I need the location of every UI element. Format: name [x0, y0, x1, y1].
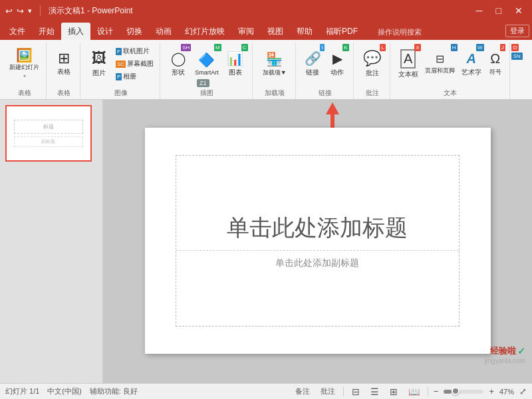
new-slide-icon: 🖼️: [16, 49, 33, 62]
addin-button[interactable]: 🏪 加载项▼: [258, 44, 291, 84]
view-normal-button[interactable]: ⊟: [349, 385, 362, 398]
sh-badge: SH: [181, 44, 191, 51]
i-badge: I: [320, 44, 324, 51]
addin-label: 加载项▼: [263, 68, 287, 77]
title-bar-left: ↩ ↪ ▾ 演示文稿1 - PowerPoint: [5, 5, 133, 17]
undo-icon[interactable]: ↩: [5, 6, 13, 16]
tab-review[interactable]: 审阅: [231, 23, 261, 40]
close-button[interactable]: ✕: [511, 4, 527, 17]
comment-group: 💬 批注 L 批注: [355, 43, 390, 99]
status-right: 备注 批注 ⊟ ☰ ⊞ 📖 − + 47% ⤢: [293, 385, 527, 398]
title-bar: ↩ ↪ ▾ 演示文稿1 - PowerPoint ─ □ ✕: [0, 0, 532, 21]
watermark-url: jingyanla.com: [485, 357, 525, 364]
tab-search[interactable]: 操作说明搜索: [364, 24, 428, 40]
tab-design[interactable]: 设计: [90, 23, 120, 40]
comment-group-label: 批注: [366, 88, 379, 99]
header-footer-button[interactable]: ⊟ 页眉和页脚 H: [422, 44, 458, 84]
view-slide-sorter-button[interactable]: ⊞: [387, 385, 400, 398]
view-outline-button[interactable]: ☰: [368, 385, 382, 398]
qa-dropdown-icon[interactable]: ▾: [28, 7, 32, 15]
comment-label: 批注: [366, 68, 379, 78]
arrow-head: [326, 102, 339, 114]
x-badge: X: [414, 44, 420, 51]
action-button[interactable]: ▶ 动作 K: [326, 44, 349, 84]
album-label: 相册: [123, 72, 136, 81]
tab-file[interactable]: 文件: [3, 23, 32, 40]
link-button[interactable]: 🔗 链接 I: [301, 44, 325, 84]
watermark-brand: 经验啦 ✓: [485, 345, 525, 357]
h-badge: H: [451, 44, 458, 51]
chart-icon: 📊: [227, 51, 243, 66]
link-label: 链接: [306, 68, 319, 77]
tab-foxitpdf[interactable]: 福昕PDF: [319, 23, 364, 40]
slide-title-placeholder[interactable]: 单击此处添加标题: [176, 205, 458, 251]
slide-info: 幻灯片 1/1: [5, 386, 39, 396]
tab-transition[interactable]: 切换: [120, 23, 149, 40]
slide-subtitle-placeholder[interactable]: 单击此处添加副标题: [176, 251, 458, 276]
wordart-label: 艺术字: [462, 68, 481, 77]
notes-button[interactable]: 备注: [293, 385, 313, 398]
slide-thumbnail[interactable]: 标题 副标题: [5, 105, 92, 162]
ribbon-content: 🖼️ 新建幻灯片 ▾ 表格 ⊞ 表格 表格 🖼 图片 F 联机: [0, 40, 532, 100]
zoom-slider[interactable]: [444, 390, 483, 394]
language-status: 中文(中国): [47, 386, 81, 396]
check-icon: ✓: [517, 346, 525, 356]
addin-group-label: 加载项: [265, 88, 285, 99]
text-group-label: 文本: [444, 88, 457, 99]
login-button[interactable]: 登录: [505, 25, 529, 37]
screenshot-button[interactable]: SC 屏幕截图: [114, 58, 156, 70]
online-pic-label: 联机图片: [123, 47, 150, 56]
shapes-button[interactable]: ◯ 形状 SH: [166, 44, 191, 84]
comment-button[interactable]: 💬 批注 L: [359, 44, 386, 84]
zoom-plus-button[interactable]: +: [489, 386, 494, 396]
online-pic-button[interactable]: F 联机图片: [114, 45, 156, 57]
redo-icon[interactable]: ↪: [17, 6, 24, 16]
album-button[interactable]: P 相册: [114, 70, 156, 82]
title-bar-title: 演示文稿1 - PowerPoint: [49, 5, 133, 17]
tab-slideshow[interactable]: 幻灯片放映: [178, 23, 231, 40]
slide-panel[interactable]: 标题 副标题: [0, 100, 103, 383]
smartart-button[interactable]: 🔷 SmartArt M: [192, 44, 221, 84]
comments-button[interactable]: 批注: [318, 385, 338, 398]
tab-insert[interactable]: 插入: [61, 23, 90, 40]
d-badge: D: [511, 44, 519, 51]
new-slide-label: 新建幻灯片: [9, 63, 39, 72]
slide-title-text: 单击此处添加标题: [227, 215, 408, 240]
illustration-group-label: 插图: [200, 88, 213, 99]
textbox-label: 文本框: [398, 70, 418, 79]
header-footer-label: 页眉和页脚: [425, 66, 455, 75]
slide-canvas[interactable]: 单击此处添加标题 单击此处添加副标题: [145, 128, 491, 354]
tab-help[interactable]: 帮助: [290, 23, 319, 40]
view-reading-button[interactable]: 📖: [406, 385, 422, 398]
table-label: 表格: [57, 67, 70, 76]
maximize-button[interactable]: □: [492, 4, 505, 17]
chart-button[interactable]: 📊 图表 C: [223, 44, 248, 84]
textbox-icon: A: [400, 49, 416, 68]
picture-button[interactable]: 🖼 图片: [86, 44, 112, 84]
link-group-label: 链接: [319, 88, 332, 99]
new-slide-button[interactable]: 🖼️ 新建幻灯片 ▾: [7, 44, 42, 84]
slide-content-area: 单击此处添加标题 单击此处添加副标题: [176, 155, 459, 327]
fit-window-button[interactable]: ⤢: [519, 386, 527, 396]
m-badge: M: [214, 44, 221, 51]
tab-animation[interactable]: 动画: [149, 23, 178, 40]
images-group: 🖼 图片 F 联机图片 SC 屏幕截图 P 相册 图像: [82, 43, 160, 99]
table-group-label2: 表格: [57, 88, 70, 99]
tab-view[interactable]: 视图: [261, 23, 290, 40]
textbox-button[interactable]: A 文本框 X: [396, 44, 421, 84]
symbol-icon: Ω: [490, 51, 500, 66]
minimize-button[interactable]: ─: [472, 4, 487, 17]
link-icon: 🔗: [305, 51, 321, 66]
j-badge: J: [500, 44, 505, 51]
sn-badge: SN: [511, 53, 523, 60]
symbol-button[interactable]: Ω 符号 J: [485, 44, 505, 84]
wordart-button[interactable]: A 艺术字 W: [459, 44, 484, 84]
f-badge: F: [116, 48, 122, 55]
table-button[interactable]: ⊞ 表格: [52, 44, 76, 84]
screenshot-label: 屏幕截图: [127, 59, 154, 68]
zoom-minus-button[interactable]: −: [434, 386, 439, 396]
tab-start[interactable]: 开始: [32, 23, 61, 40]
p-badge: P: [116, 73, 122, 80]
status-bar: 幻灯片 1/1 中文(中国) 辅助功能: 良好 备注 批注 ⊟ ☰ ⊞ 📖 − …: [0, 383, 532, 399]
image-sub-group: F 联机图片 SC 屏幕截图 P 相册: [114, 44, 156, 82]
